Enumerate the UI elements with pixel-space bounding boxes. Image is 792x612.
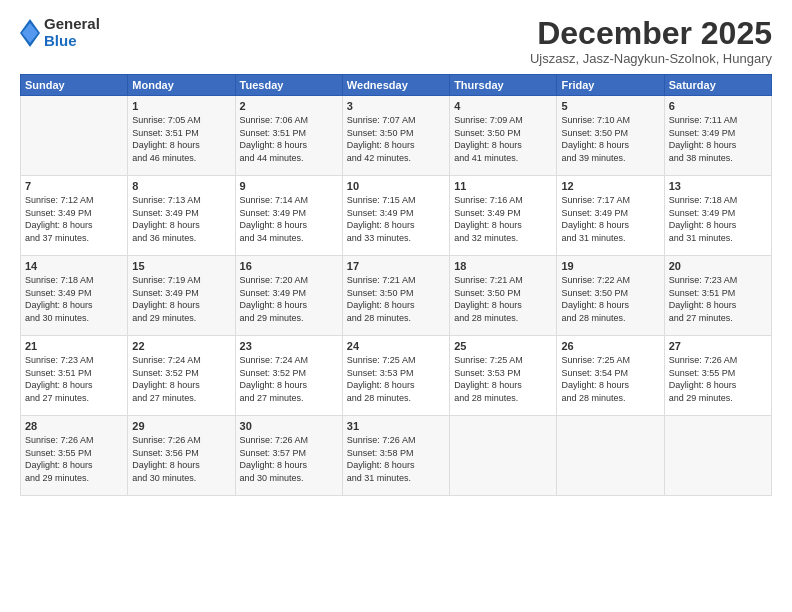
day-info: Sunrise: 7:26 AM Sunset: 3:57 PM Dayligh…: [240, 434, 338, 484]
day-info: Sunrise: 7:14 AM Sunset: 3:49 PM Dayligh…: [240, 194, 338, 244]
day-info: Sunrise: 7:09 AM Sunset: 3:50 PM Dayligh…: [454, 114, 552, 164]
day-number: 8: [132, 180, 230, 192]
day-number: 16: [240, 260, 338, 272]
day-number: 11: [454, 180, 552, 192]
day-cell: 23Sunrise: 7:24 AM Sunset: 3:52 PM Dayli…: [235, 336, 342, 416]
page: General Blue December 2025 Ujszasz, Jasz…: [0, 0, 792, 612]
day-info: Sunrise: 7:12 AM Sunset: 3:49 PM Dayligh…: [25, 194, 123, 244]
day-number: 22: [132, 340, 230, 352]
day-info: Sunrise: 7:24 AM Sunset: 3:52 PM Dayligh…: [132, 354, 230, 404]
header-row: SundayMondayTuesdayWednesdayThursdayFrid…: [21, 75, 772, 96]
day-cell: 22Sunrise: 7:24 AM Sunset: 3:52 PM Dayli…: [128, 336, 235, 416]
day-info: Sunrise: 7:19 AM Sunset: 3:49 PM Dayligh…: [132, 274, 230, 324]
logo-general: General: [44, 16, 100, 33]
day-number: 17: [347, 260, 445, 272]
day-cell: 18Sunrise: 7:21 AM Sunset: 3:50 PM Dayli…: [450, 256, 557, 336]
day-number: 31: [347, 420, 445, 432]
day-info: Sunrise: 7:10 AM Sunset: 3:50 PM Dayligh…: [561, 114, 659, 164]
day-cell: 7Sunrise: 7:12 AM Sunset: 3:49 PM Daylig…: [21, 176, 128, 256]
day-number: 6: [669, 100, 767, 112]
day-info: Sunrise: 7:24 AM Sunset: 3:52 PM Dayligh…: [240, 354, 338, 404]
day-info: Sunrise: 7:11 AM Sunset: 3:49 PM Dayligh…: [669, 114, 767, 164]
day-number: 19: [561, 260, 659, 272]
day-cell: 4Sunrise: 7:09 AM Sunset: 3:50 PM Daylig…: [450, 96, 557, 176]
day-cell: 16Sunrise: 7:20 AM Sunset: 3:49 PM Dayli…: [235, 256, 342, 336]
svg-marker-1: [22, 23, 38, 43]
day-info: Sunrise: 7:25 AM Sunset: 3:54 PM Dayligh…: [561, 354, 659, 404]
day-cell: 1Sunrise: 7:05 AM Sunset: 3:51 PM Daylig…: [128, 96, 235, 176]
day-cell: 5Sunrise: 7:10 AM Sunset: 3:50 PM Daylig…: [557, 96, 664, 176]
day-cell: 10Sunrise: 7:15 AM Sunset: 3:49 PM Dayli…: [342, 176, 449, 256]
day-cell: 29Sunrise: 7:26 AM Sunset: 3:56 PM Dayli…: [128, 416, 235, 496]
logo-icon: [20, 19, 40, 47]
day-info: Sunrise: 7:15 AM Sunset: 3:49 PM Dayligh…: [347, 194, 445, 244]
day-number: 5: [561, 100, 659, 112]
header-cell-thursday: Thursday: [450, 75, 557, 96]
day-number: 4: [454, 100, 552, 112]
day-info: Sunrise: 7:23 AM Sunset: 3:51 PM Dayligh…: [669, 274, 767, 324]
calendar-title: December 2025: [530, 16, 772, 51]
day-cell: [557, 416, 664, 496]
day-cell: 24Sunrise: 7:25 AM Sunset: 3:53 PM Dayli…: [342, 336, 449, 416]
day-number: 20: [669, 260, 767, 272]
day-number: 28: [25, 420, 123, 432]
day-cell: 13Sunrise: 7:18 AM Sunset: 3:49 PM Dayli…: [664, 176, 771, 256]
day-cell: 31Sunrise: 7:26 AM Sunset: 3:58 PM Dayli…: [342, 416, 449, 496]
day-cell: 17Sunrise: 7:21 AM Sunset: 3:50 PM Dayli…: [342, 256, 449, 336]
day-info: Sunrise: 7:26 AM Sunset: 3:58 PM Dayligh…: [347, 434, 445, 484]
header-cell-monday: Monday: [128, 75, 235, 96]
day-number: 18: [454, 260, 552, 272]
day-info: Sunrise: 7:13 AM Sunset: 3:49 PM Dayligh…: [132, 194, 230, 244]
day-cell: [450, 416, 557, 496]
day-number: 15: [132, 260, 230, 272]
week-row-4: 21Sunrise: 7:23 AM Sunset: 3:51 PM Dayli…: [21, 336, 772, 416]
day-cell: 8Sunrise: 7:13 AM Sunset: 3:49 PM Daylig…: [128, 176, 235, 256]
week-row-5: 28Sunrise: 7:26 AM Sunset: 3:55 PM Dayli…: [21, 416, 772, 496]
day-info: Sunrise: 7:20 AM Sunset: 3:49 PM Dayligh…: [240, 274, 338, 324]
day-cell: 11Sunrise: 7:16 AM Sunset: 3:49 PM Dayli…: [450, 176, 557, 256]
day-number: 3: [347, 100, 445, 112]
header-cell-sunday: Sunday: [21, 75, 128, 96]
day-info: Sunrise: 7:07 AM Sunset: 3:50 PM Dayligh…: [347, 114, 445, 164]
day-cell: 15Sunrise: 7:19 AM Sunset: 3:49 PM Dayli…: [128, 256, 235, 336]
day-info: Sunrise: 7:25 AM Sunset: 3:53 PM Dayligh…: [454, 354, 552, 404]
day-number: 25: [454, 340, 552, 352]
day-number: 10: [347, 180, 445, 192]
week-row-3: 14Sunrise: 7:18 AM Sunset: 3:49 PM Dayli…: [21, 256, 772, 336]
day-info: Sunrise: 7:26 AM Sunset: 3:55 PM Dayligh…: [25, 434, 123, 484]
week-row-1: 1Sunrise: 7:05 AM Sunset: 3:51 PM Daylig…: [21, 96, 772, 176]
header-cell-tuesday: Tuesday: [235, 75, 342, 96]
calendar-subtitle: Ujszasz, Jasz-Nagykun-Szolnok, Hungary: [530, 51, 772, 66]
day-cell: 28Sunrise: 7:26 AM Sunset: 3:55 PM Dayli…: [21, 416, 128, 496]
week-row-2: 7Sunrise: 7:12 AM Sunset: 3:49 PM Daylig…: [21, 176, 772, 256]
day-info: Sunrise: 7:06 AM Sunset: 3:51 PM Dayligh…: [240, 114, 338, 164]
calendar-table: SundayMondayTuesdayWednesdayThursdayFrid…: [20, 74, 772, 496]
day-number: 30: [240, 420, 338, 432]
title-section: December 2025 Ujszasz, Jasz-Nagykun-Szol…: [530, 16, 772, 66]
day-info: Sunrise: 7:23 AM Sunset: 3:51 PM Dayligh…: [25, 354, 123, 404]
day-number: 9: [240, 180, 338, 192]
day-info: Sunrise: 7:22 AM Sunset: 3:50 PM Dayligh…: [561, 274, 659, 324]
day-cell: 9Sunrise: 7:14 AM Sunset: 3:49 PM Daylig…: [235, 176, 342, 256]
logo: General Blue: [20, 16, 100, 49]
header: General Blue December 2025 Ujszasz, Jasz…: [20, 16, 772, 66]
day-info: Sunrise: 7:26 AM Sunset: 3:55 PM Dayligh…: [669, 354, 767, 404]
day-cell: 19Sunrise: 7:22 AM Sunset: 3:50 PM Dayli…: [557, 256, 664, 336]
day-number: 21: [25, 340, 123, 352]
day-number: 27: [669, 340, 767, 352]
day-cell: 3Sunrise: 7:07 AM Sunset: 3:50 PM Daylig…: [342, 96, 449, 176]
day-number: 23: [240, 340, 338, 352]
logo-text: General Blue: [44, 16, 100, 49]
day-number: 2: [240, 100, 338, 112]
day-number: 7: [25, 180, 123, 192]
day-cell: [21, 96, 128, 176]
day-info: Sunrise: 7:18 AM Sunset: 3:49 PM Dayligh…: [669, 194, 767, 244]
day-cell: 12Sunrise: 7:17 AM Sunset: 3:49 PM Dayli…: [557, 176, 664, 256]
day-info: Sunrise: 7:25 AM Sunset: 3:53 PM Dayligh…: [347, 354, 445, 404]
day-cell: 25Sunrise: 7:25 AM Sunset: 3:53 PM Dayli…: [450, 336, 557, 416]
day-number: 26: [561, 340, 659, 352]
day-cell: 21Sunrise: 7:23 AM Sunset: 3:51 PM Dayli…: [21, 336, 128, 416]
header-cell-saturday: Saturday: [664, 75, 771, 96]
day-cell: [664, 416, 771, 496]
day-number: 13: [669, 180, 767, 192]
